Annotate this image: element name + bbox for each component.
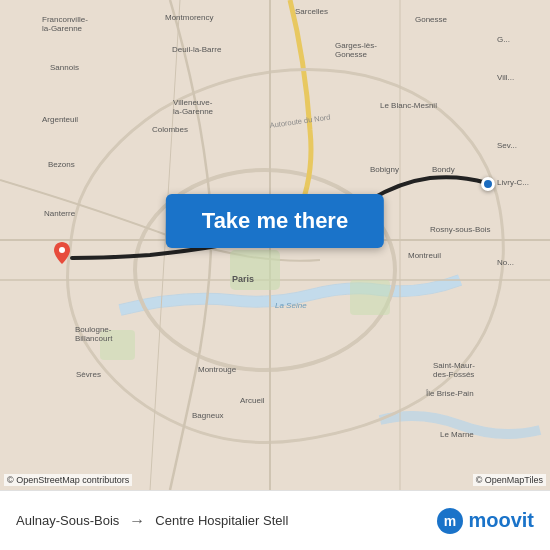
svg-text:Bagneux: Bagneux <box>192 411 224 420</box>
svg-text:No...: No... <box>497 258 514 267</box>
origin-marker <box>54 242 70 262</box>
svg-text:Livry-C...: Livry-C... <box>497 178 529 187</box>
svg-text:Montrouge: Montrouge <box>198 365 237 374</box>
svg-text:G...: G... <box>497 35 510 44</box>
svg-text:Sèvres: Sèvres <box>76 370 101 379</box>
origin-label: Aulnay-Sous-Bois <box>16 513 119 528</box>
svg-text:Vill...: Vill... <box>497 73 514 82</box>
svg-text:Île Brise-Pain: Île Brise-Pain <box>425 389 474 398</box>
moovit-logo-icon: m <box>436 507 464 535</box>
svg-text:Villeneuve-: Villeneuve- <box>173 98 213 107</box>
svg-text:Bezons: Bezons <box>48 160 75 169</box>
svg-text:Sev...: Sev... <box>497 141 517 150</box>
moovit-brand-text: moovit <box>468 509 534 532</box>
svg-text:Le Marne: Le Marne <box>440 430 474 439</box>
svg-text:Saint-Maur-: Saint-Maur- <box>433 361 475 370</box>
map-attribution-right: © OpenMapTiles <box>473 474 546 486</box>
svg-text:Gonesse: Gonesse <box>335 50 368 59</box>
svg-text:Le Blanc-Mesnil: Le Blanc-Mesnil <box>380 101 437 110</box>
svg-text:la-Garenne: la-Garenne <box>173 107 214 116</box>
destination-label: Centre Hospitalier Stell <box>155 513 288 528</box>
svg-point-48 <box>59 247 65 253</box>
svg-text:Arcueil: Arcueil <box>240 396 265 405</box>
svg-text:Franconville-: Franconville- <box>42 15 88 24</box>
take-me-there-button[interactable]: Take me there <box>166 194 384 248</box>
svg-text:Deuil-la-Barre: Deuil-la-Barre <box>172 45 222 54</box>
svg-rect-7 <box>230 250 280 290</box>
svg-text:Billancourt: Billancourt <box>75 334 113 343</box>
svg-text:Paris: Paris <box>232 274 254 284</box>
moovit-logo: m moovit <box>436 507 534 535</box>
map-container: Franconville- la-Garenne Montmorency Sar… <box>0 0 550 490</box>
svg-text:Sannois: Sannois <box>50 63 79 72</box>
svg-text:Bondy: Bondy <box>432 165 455 174</box>
svg-text:Argenteuil: Argenteuil <box>42 115 78 124</box>
route-info: Aulnay-Sous-Bois → Centre Hospitalier St… <box>16 512 436 530</box>
map-attribution-left: © OpenStreetMap contributors <box>4 474 132 486</box>
arrow-icon: → <box>129 512 145 530</box>
svg-text:La Seine: La Seine <box>275 301 307 310</box>
svg-text:m: m <box>444 513 456 529</box>
svg-text:Sarcelles: Sarcelles <box>295 7 328 16</box>
svg-text:la-Garenne: la-Garenne <box>42 24 83 33</box>
svg-text:Colombes: Colombes <box>152 125 188 134</box>
svg-text:Montmorency: Montmorency <box>165 13 213 22</box>
svg-text:Boulogne-: Boulogne- <box>75 325 112 334</box>
svg-text:Garges-lès-: Garges-lès- <box>335 41 377 50</box>
destination-marker <box>481 177 495 191</box>
svg-text:des-Fossés: des-Fossés <box>433 370 474 379</box>
svg-text:Montreuil: Montreuil <box>408 251 441 260</box>
footer-bar: Aulnay-Sous-Bois → Centre Hospitalier St… <box>0 490 550 550</box>
svg-rect-8 <box>350 280 390 315</box>
svg-text:Rosny-sous-Bois: Rosny-sous-Bois <box>430 225 490 234</box>
svg-text:Nanterre: Nanterre <box>44 209 76 218</box>
svg-text:Bobigny: Bobigny <box>370 165 399 174</box>
svg-text:Gonesse: Gonesse <box>415 15 448 24</box>
